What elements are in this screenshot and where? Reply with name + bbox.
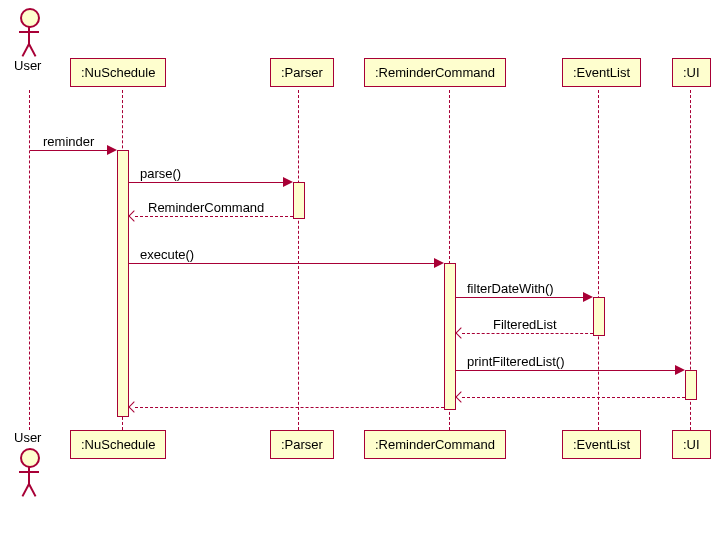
participant-ui-bottom-label: :UI xyxy=(683,437,700,452)
participant-parser-top: :Parser xyxy=(270,58,334,87)
msg-printfiltered-arrow xyxy=(675,365,685,375)
msg-printfiltered-line xyxy=(455,370,678,371)
msg-filteredlist-arrow xyxy=(455,327,466,338)
msg-remindercmd-return-label: ReminderCommand xyxy=(148,200,264,215)
participant-ui-top-label: :UI xyxy=(683,65,700,80)
activation-nuschedule xyxy=(117,150,129,417)
msg-parse-label: parse() xyxy=(140,166,181,181)
msg-remindercmd-return2-arrow xyxy=(128,401,139,412)
participant-eventlist-top: :EventList xyxy=(562,58,641,87)
msg-parse-arrow xyxy=(283,177,293,187)
lifeline-eventlist xyxy=(598,90,599,430)
activation-parser xyxy=(293,182,305,219)
msg-reminder-label: reminder xyxy=(43,134,94,149)
msg-ui-return-line xyxy=(462,397,685,398)
actor-user-bottom-label: User xyxy=(14,430,41,445)
msg-parse-line xyxy=(128,182,286,183)
msg-execute-arrow xyxy=(434,258,444,268)
participant-remindercmd-bottom: :ReminderCommand xyxy=(364,430,506,459)
participant-remindercmd-bottom-label: :ReminderCommand xyxy=(375,437,495,452)
participant-ui-top: :UI xyxy=(672,58,711,87)
activation-eventlist xyxy=(593,297,605,336)
msg-filterdate-label: filterDateWith() xyxy=(467,281,554,296)
activation-ui xyxy=(685,370,697,400)
msg-reminder-arrow xyxy=(107,145,117,155)
participant-remindercmd-top-label: :ReminderCommand xyxy=(375,65,495,80)
msg-remindercmd-return-arrow xyxy=(128,210,139,221)
participant-ui-bottom: :UI xyxy=(672,430,711,459)
msg-filterdate-arrow xyxy=(583,292,593,302)
participant-parser-top-label: :Parser xyxy=(281,65,323,80)
participant-parser-bottom: :Parser xyxy=(270,430,334,459)
lifeline-user xyxy=(29,90,30,430)
participant-nuschedule-top: :NuSchedule xyxy=(70,58,166,87)
msg-remindercmd-return2-line xyxy=(135,407,444,408)
actor-user-top-label: User xyxy=(14,58,41,73)
lifeline-parser xyxy=(298,90,299,430)
participant-parser-bottom-label: :Parser xyxy=(281,437,323,452)
msg-remindercmd-return-line xyxy=(135,216,293,217)
msg-execute-label: execute() xyxy=(140,247,194,262)
participant-eventlist-top-label: :EventList xyxy=(573,65,630,80)
msg-reminder-line xyxy=(30,150,110,151)
participant-nuschedule-bottom: :NuSchedule xyxy=(70,430,166,459)
participant-eventlist-bottom-label: :EventList xyxy=(573,437,630,452)
participant-nuschedule-top-label: :NuSchedule xyxy=(81,65,155,80)
msg-ui-return-arrow xyxy=(455,391,466,402)
msg-filterdate-line xyxy=(455,297,586,298)
msg-printfiltered-label: printFilteredList() xyxy=(467,354,565,369)
msg-filteredlist-label: FilteredList xyxy=(493,317,557,332)
participant-nuschedule-bottom-label: :NuSchedule xyxy=(81,437,155,452)
msg-execute-line xyxy=(128,263,437,264)
participant-eventlist-bottom: :EventList xyxy=(562,430,641,459)
activation-remindercmd xyxy=(444,263,456,410)
msg-filteredlist-line xyxy=(462,333,593,334)
participant-remindercmd-top: :ReminderCommand xyxy=(364,58,506,87)
